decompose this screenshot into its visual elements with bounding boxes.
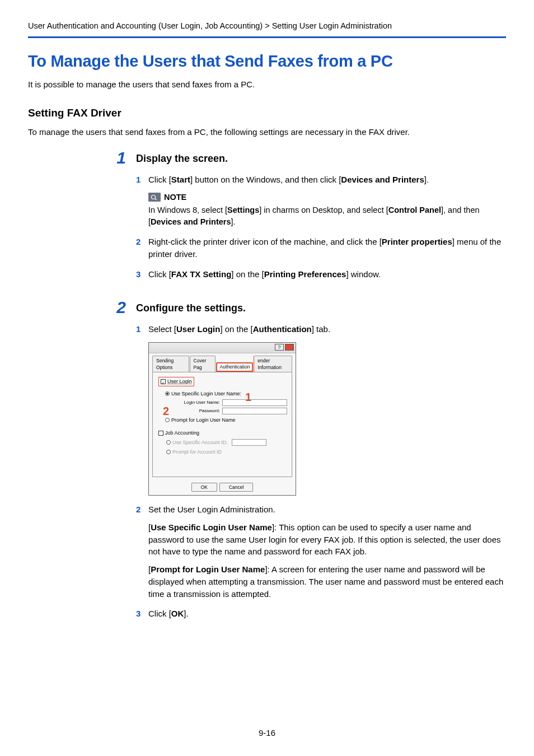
step-1-title: Display the screen. <box>136 150 506 166</box>
account-id-input <box>232 439 266 446</box>
page-number: 9-16 <box>0 727 534 739</box>
tab-cover-page[interactable]: Cover Pag <box>190 356 216 372</box>
subsection-intro: To manage the users that send faxes from… <box>28 126 506 138</box>
job-acc-checkbox[interactable] <box>158 431 163 436</box>
cancel-button[interactable]: Cancel <box>219 483 253 492</box>
substep-number: 2 <box>136 503 140 516</box>
page-title: To Manage the Users that Send Faxes from… <box>28 49 506 73</box>
svg-line-1 <box>155 199 157 200</box>
prompt-acc-label: Prompt for Account ID <box>172 449 222 456</box>
substep-number: 2 <box>136 236 140 248</box>
help-button[interactable]: ? <box>275 344 284 351</box>
login-user-input[interactable] <box>222 399 287 406</box>
use-acc-label: Use Specific Account ID: <box>172 439 228 446</box>
job-acc-label: Job Accounting <box>165 430 199 437</box>
note-icon <box>148 193 161 202</box>
step-2-title: Configure the settings. <box>136 299 506 315</box>
tab-sending-options[interactable]: Sending Options <box>152 356 189 372</box>
use-specific-radio[interactable] <box>165 391 170 396</box>
password-input[interactable] <box>222 408 287 414</box>
titlebar: ? <box>149 343 296 353</box>
note-label: NOTE <box>164 192 186 203</box>
login-user-label: Login User Name: <box>176 399 220 406</box>
prompt-acc-radio <box>166 450 171 454</box>
step-2-3: 3 Click [OK]. <box>136 608 506 620</box>
step-1-number: 1 <box>28 150 136 166</box>
tab-sender-info[interactable]: ender Information <box>254 356 292 372</box>
step-1-1: 1 Click [Start] button on the Windows, a… <box>136 174 506 228</box>
tab-authentication[interactable]: Authentication <box>216 362 253 371</box>
breadcrumb: User Authentication and Accounting (User… <box>28 20 506 36</box>
step-2-number: 2 <box>28 299 136 316</box>
prompt-login-label: Prompt for Login User Name <box>171 417 236 424</box>
step-1-2: 2 Right-click the printer driver icon of… <box>136 236 506 260</box>
substep-number: 1 <box>136 174 140 186</box>
callout-1: 1 <box>245 389 251 405</box>
use-acc-radio <box>166 440 171 445</box>
fax-dialog: ? Sending Options Cover Pag Authenticati… <box>148 342 296 496</box>
use-specific-label: Use Specific Login User Name: <box>171 390 241 398</box>
callout-2: 2 <box>163 403 169 419</box>
substep-number: 3 <box>136 608 140 620</box>
password-label: Password: <box>176 408 220 414</box>
ok-button[interactable]: OK <box>191 483 217 492</box>
subsection-title: Setting FAX Driver <box>28 105 506 121</box>
substep-number: 1 <box>136 323 140 335</box>
close-button[interactable] <box>285 344 294 351</box>
svg-point-0 <box>152 195 156 199</box>
user-login-checkbox[interactable]: ✓ <box>161 379 166 384</box>
step-1-3: 3 Click [FAX TX Setting] on the [Printin… <box>136 268 506 281</box>
step-2-1: 1 Select [User Login] on the [Authentica… <box>136 323 506 496</box>
note-box: NOTE In Windows 8, select [Settings] in … <box>148 192 506 228</box>
header-rule <box>28 36 506 38</box>
user-login-label: User Login <box>167 378 192 385</box>
prompt-login-radio[interactable] <box>165 418 170 422</box>
step-2-2: 2 Set the User Login Administration. [Us… <box>136 503 506 600</box>
substep-number: 3 <box>136 268 140 281</box>
intro-text: It is possible to manage the users that … <box>28 78 506 91</box>
